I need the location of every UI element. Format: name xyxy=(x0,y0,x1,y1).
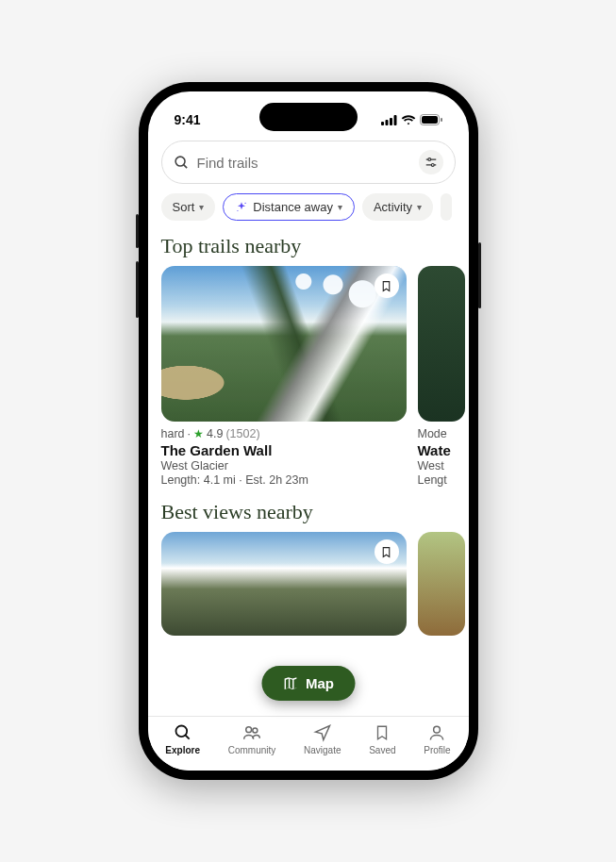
bookmark-button[interactable] xyxy=(375,539,399,564)
status-time: 9:41 xyxy=(175,112,201,127)
svg-rect-2 xyxy=(390,118,392,125)
tab-label: Profile xyxy=(424,745,450,755)
tab-label: Saved xyxy=(369,745,395,755)
wifi-icon xyxy=(401,115,416,125)
search-input[interactable] xyxy=(197,155,411,171)
trail-name: Wate xyxy=(418,440,465,458)
tab-explore[interactable]: Explore xyxy=(165,722,200,755)
trail-image xyxy=(418,266,465,422)
tab-label: Navigate xyxy=(304,745,341,755)
search-bar[interactable] xyxy=(161,141,456,184)
profile-icon xyxy=(426,722,447,743)
dynamic-island xyxy=(259,103,358,131)
chip-label: Distance away xyxy=(253,200,333,214)
map-label: Map xyxy=(306,675,334,691)
svg-point-7 xyxy=(175,157,185,166)
trail-image xyxy=(161,266,407,422)
svg-line-8 xyxy=(183,164,187,168)
trail-name: The Garden Wall xyxy=(161,440,407,458)
trail-length: Lengt xyxy=(418,472,465,487)
svg-rect-6 xyxy=(441,118,442,122)
bookmark-icon xyxy=(380,546,392,558)
view-card-peek[interactable] xyxy=(418,532,465,636)
svg-point-10 xyxy=(427,158,430,161)
svg-rect-5 xyxy=(422,116,438,124)
trail-length: Length: 4.1 mi · Est. 2h 23m xyxy=(161,472,407,487)
filter-chips: Sort ▾ Distance away ▾ Activity ▾ xyxy=(148,184,469,234)
chip-label: Activity xyxy=(374,200,412,214)
view-image xyxy=(418,532,465,636)
section-title-best-views: Best views nearby xyxy=(148,500,469,532)
tab-navigate[interactable]: Navigate xyxy=(304,722,341,755)
tab-label: Community xyxy=(228,745,276,755)
navigate-icon xyxy=(312,722,333,743)
sparkle-icon xyxy=(235,201,248,214)
screen: 9:41 Sort ▾ xyxy=(148,91,469,771)
top-trails-carousel[interactable]: hard · ★ 4.9 (1502) The Garden Wall West… xyxy=(148,266,469,500)
tab-bar: Explore Community Navigate Saved Profile xyxy=(148,716,469,771)
sliders-icon xyxy=(425,156,438,169)
svg-point-13 xyxy=(245,202,246,203)
view-image xyxy=(161,532,407,636)
svg-rect-3 xyxy=(393,115,396,125)
bookmark-button[interactable] xyxy=(375,274,399,298)
chip-sort[interactable]: Sort ▾ xyxy=(161,193,216,221)
bookmark-icon xyxy=(380,280,392,292)
phone-frame: 9:41 Sort ▾ xyxy=(139,82,478,780)
section-title-top-trails: Top trails nearby xyxy=(148,234,469,266)
chevron-down-icon: ▾ xyxy=(338,202,342,212)
svg-point-14 xyxy=(238,209,239,210)
svg-point-17 xyxy=(246,727,252,733)
svg-line-16 xyxy=(185,736,189,739)
tab-label: Explore xyxy=(165,745,200,755)
svg-rect-1 xyxy=(385,120,388,125)
best-views-carousel[interactable] xyxy=(148,532,469,649)
svg-rect-0 xyxy=(381,122,384,125)
tab-profile[interactable]: Profile xyxy=(424,722,450,755)
trail-card-peek[interactable]: Mode Wate West Lengt xyxy=(418,266,465,487)
status-indicators xyxy=(381,114,442,125)
star-icon: ★ xyxy=(193,427,204,440)
filter-button[interactable] xyxy=(419,150,443,174)
map-icon xyxy=(282,675,298,691)
chevron-down-icon: ▾ xyxy=(199,202,204,212)
community-icon xyxy=(241,722,262,743)
search-icon xyxy=(174,155,190,171)
svg-point-19 xyxy=(434,726,441,733)
chip-activity[interactable]: Activity ▾ xyxy=(362,193,433,221)
reviews: (1502) xyxy=(225,427,259,440)
svg-point-15 xyxy=(175,726,187,738)
cellular-icon xyxy=(381,115,397,125)
chip-label: Sort xyxy=(173,200,195,214)
map-button[interactable]: Map xyxy=(261,666,355,701)
trail-location: West xyxy=(418,458,465,472)
trail-location: West Glacier xyxy=(161,458,407,472)
chip-more[interactable] xyxy=(441,193,452,221)
tab-community[interactable]: Community xyxy=(228,722,276,755)
explore-icon xyxy=(173,722,193,743)
svg-point-12 xyxy=(431,164,434,167)
trail-meta: Mode xyxy=(418,422,465,440)
chevron-down-icon: ▾ xyxy=(417,202,422,212)
view-card[interactable] xyxy=(161,532,407,636)
chip-distance[interactable]: Distance away ▾ xyxy=(223,193,355,221)
rating: 4.9 xyxy=(207,427,223,440)
difficulty: hard xyxy=(161,427,185,440)
trail-card[interactable]: hard · ★ 4.9 (1502) The Garden Wall West… xyxy=(161,266,407,487)
battery-icon xyxy=(420,114,442,125)
svg-point-18 xyxy=(253,728,258,733)
tab-saved[interactable]: Saved xyxy=(369,722,395,755)
trail-meta: hard · ★ 4.9 (1502) xyxy=(161,422,407,440)
scroll-content[interactable]: Sort ▾ Distance away ▾ Activity ▾ Top tr… xyxy=(148,135,469,716)
saved-icon xyxy=(372,722,392,743)
